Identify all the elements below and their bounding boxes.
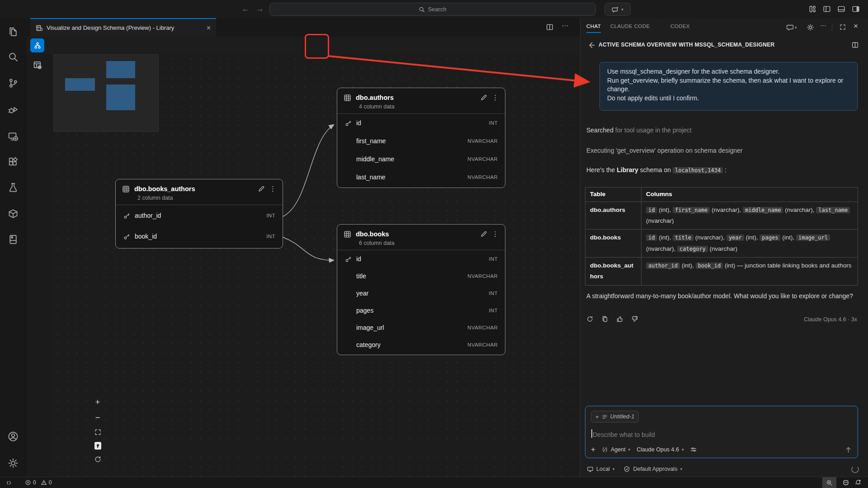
tab-schema-designer[interactable]: Visualize and Design Schema (Preview) - … (30, 18, 216, 37)
column-name: pages (356, 307, 484, 314)
split-editor-icon[interactable] (545, 23, 554, 32)
open-in-editor-icon[interactable] (850, 40, 859, 49)
table-node-authors[interactable]: dbo.authors ⋮ 4 column data id INT first… (337, 88, 505, 188)
tools-sliders-icon[interactable] (690, 446, 697, 453)
table-subtitle: 2 column data (116, 194, 283, 205)
toggle-sidebar-icon[interactable] (822, 4, 832, 14)
minimap-node (65, 78, 95, 91)
sql-connections-icon[interactable] (8, 131, 19, 142)
tab-chat[interactable]: CHAT (586, 23, 601, 33)
run-debug-icon[interactable] (8, 104, 19, 115)
problems-indicator[interactable]: 0 0 (25, 479, 52, 486)
zoom-out-button[interactable]: − (95, 413, 100, 422)
lock-canvas-icon[interactable] (94, 442, 101, 450)
zoom-in-button[interactable]: + (95, 398, 100, 407)
session-chip[interactable]: + Untitled-1 (591, 411, 639, 422)
schema-view-button[interactable] (30, 38, 44, 52)
chat-input-box[interactable]: + Untitled-1 + Agent ▾ Claude Opus 4.6 ▾ (585, 406, 858, 458)
table-designer-button[interactable] (32, 60, 43, 70)
prompt-input[interactable] (592, 429, 847, 441)
zoom-in-magnifier-icon (826, 479, 833, 486)
customize-layout-icon[interactable] (807, 4, 817, 14)
approvals-picker[interactable]: Default Approvals ▾ (623, 466, 682, 473)
edit-table-icon[interactable] (258, 185, 265, 192)
environment-row: Local ▾ Default Approvals ▾ (587, 464, 859, 474)
column-row[interactable]: id INT (337, 250, 505, 267)
extensions-icon[interactable] (8, 156, 19, 167)
copy-icon[interactable] (601, 315, 609, 323)
column-row[interactable]: first_name NVARCHAR (337, 132, 505, 150)
title-bar: ← → Search ▾ (0, 0, 868, 18)
user-message-line: Do not apply edits until I confirm. (607, 94, 850, 103)
explorer-icon[interactable] (8, 26, 19, 37)
remote-indicator-icon[interactable] (5, 479, 12, 486)
toggle-panel-icon[interactable] (836, 4, 846, 14)
notifications-bell-icon[interactable] (854, 479, 862, 486)
column-row[interactable]: middle_name NVARCHAR (337, 150, 505, 168)
warnings-icon (41, 479, 47, 486)
notebooks-icon[interactable] (8, 234, 19, 245)
column-row[interactable]: id INT (337, 114, 505, 132)
testing-icon[interactable] (8, 182, 19, 193)
reset-view-icon[interactable] (94, 455, 102, 463)
search-input[interactable]: Search (269, 3, 596, 16)
agent-icon (602, 446, 608, 453)
column-name: middle_name (356, 155, 463, 163)
source-control-icon[interactable] (8, 78, 19, 89)
attach-context-icon[interactable]: + (591, 445, 595, 454)
close-tab-icon[interactable]: × (207, 24, 211, 32)
regenerate-icon[interactable] (586, 315, 594, 323)
containers-icon[interactable] (8, 208, 19, 219)
designer-side-strip (27, 54, 53, 477)
editor-more-actions-icon[interactable]: ⋯ (561, 22, 568, 30)
copilot-status-icon[interactable] (842, 479, 850, 487)
table-menu-icon[interactable]: ⋮ (269, 185, 276, 193)
table-subtitle: 4 column data (337, 103, 505, 113)
chat-toggle-button[interactable]: ▾ (604, 3, 631, 16)
schema-canvas[interactable]: dbo.books_authors ⋮ 2 column data author… (53, 54, 580, 477)
tab-codex[interactable]: CODEX (670, 23, 690, 29)
primary-key-icon (344, 119, 352, 127)
back-icon[interactable] (587, 41, 596, 50)
account-icon[interactable] (8, 431, 19, 442)
column-row[interactable]: category NVARCHAR (337, 336, 505, 353)
toggle-secondary-sidebar-icon[interactable] (851, 4, 861, 14)
column-row[interactable]: image_url NVARCHAR (337, 319, 505, 336)
model-usage-note: Claude Opus 4.6 · 3x (804, 316, 857, 323)
table-node-books-authors[interactable]: dbo.books_authors ⋮ 2 column data author… (115, 179, 283, 249)
navigate-forward-button[interactable]: → (255, 4, 265, 14)
chat-mode-icon[interactable] (785, 23, 794, 32)
editor-area: Visualize and Design Schema (Preview) - … (27, 18, 580, 477)
send-icon[interactable] (844, 446, 852, 454)
column-row[interactable]: author_id INT (116, 205, 283, 226)
column-row[interactable]: pages INT (337, 302, 505, 319)
close-chat-icon[interactable]: × (854, 22, 858, 31)
chat-settings-gear-icon[interactable] (806, 23, 815, 32)
edit-table-icon[interactable] (480, 230, 487, 238)
column-row[interactable]: last_name NVARCHAR (337, 168, 505, 186)
mode-picker[interactable]: Agent ▾ (602, 446, 630, 453)
column-name: first_name (356, 137, 463, 145)
table-menu-icon[interactable]: ⋮ (492, 230, 499, 238)
thumbs-down-icon[interactable] (631, 315, 638, 323)
column-row[interactable]: year INT (337, 285, 505, 302)
thumbs-up-icon[interactable] (616, 315, 623, 323)
fit-view-icon[interactable] (94, 428, 102, 436)
chat-more-actions-icon[interactable]: ⋯ (820, 22, 826, 29)
chevron-down-icon[interactable]: ▾ (795, 25, 797, 30)
settings-gear-icon[interactable] (8, 458, 19, 469)
tab-claude-code[interactable]: CLAUDE CODE (610, 23, 650, 29)
model-picker[interactable]: Claude Opus 4.6 ▾ (637, 446, 684, 453)
column-row[interactable]: title NVARCHAR (337, 267, 505, 285)
zoom-status-button[interactable] (822, 477, 836, 488)
maximize-chat-icon[interactable] (838, 23, 847, 32)
user-message-line: Use mssql_schema_designer for the active… (607, 67, 850, 76)
search-view-icon[interactable] (8, 52, 19, 62)
location-picker[interactable]: Local ▾ (587, 466, 614, 473)
edit-table-icon[interactable] (480, 94, 487, 101)
table-menu-icon[interactable]: ⋮ (492, 94, 499, 102)
column-row[interactable]: book_id INT (116, 226, 283, 247)
navigate-back-button[interactable]: ← (240, 4, 251, 14)
chevron-down-icon: ▾ (613, 467, 615, 471)
table-node-books[interactable]: dbo.books ⋮ 6 column data id INT title N… (337, 224, 505, 355)
